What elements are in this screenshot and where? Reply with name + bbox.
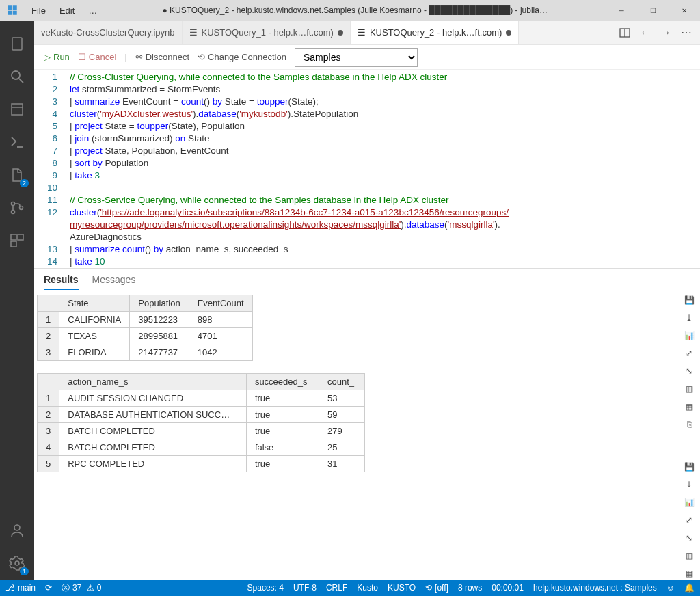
results-table-1: StatePopulationEventCount1CALIFORNIA3951… [37, 295, 253, 361]
app-logo-icon [0, 4, 25, 16]
svg-rect-11 [11, 241, 16, 247]
tab-query2[interactable]: ☰KUSTOQuery_2 - help.k…ft.com) [351, 21, 519, 44]
settings-badge: 1 [20, 567, 29, 575]
change-connection-button[interactable]: ⟲ Change Connection [198, 52, 286, 62]
activity-explorer-icon[interactable]: 2 [0, 159, 34, 191]
svg-point-13 [15, 561, 19, 565]
tab-query1[interactable]: ☰KUSTOQuery_1 - help.k…ft.com) [183, 21, 351, 44]
dirty-dot-icon [506, 30, 511, 36]
results-tab[interactable]: Results [44, 274, 79, 290]
activity-book-icon[interactable] [0, 93, 34, 126]
activity-account-icon[interactable] [0, 514, 34, 547]
status-eol[interactable]: CRLF [326, 583, 347, 593]
menu-edit[interactable]: Edit [53, 5, 81, 16]
tab-label: KUSTOQuery_1 - help.k…ft.com) [202, 27, 334, 38]
tab-notebook[interactable]: veKusto-CrossClusterQuery.ipynb [34, 21, 183, 44]
svg-point-7 [12, 211, 15, 214]
expand-icon[interactable]: ⤢ [682, 513, 696, 527]
grid-icon[interactable]: ▦ [682, 400, 696, 414]
svg-point-8 [20, 206, 23, 210]
status-connection[interactable]: help.kusto.windows.net : Samples [533, 583, 657, 593]
close-button[interactable]: ✕ [669, 0, 700, 21]
svg-rect-3 [12, 104, 23, 115]
bar-chart-icon[interactable]: ▥ [682, 382, 696, 396]
tab-label: veKusto-CrossClusterQuery.ipynb [41, 27, 175, 38]
results-action-icons: 💾 ⤓ 📊 ⤢ ⤡ ▥ ▦ ⎘ 💾 ⤓ 📊 ⤢ ⤡ ▥ ▦ [682, 293, 696, 580]
status-problems[interactable]: ⓧ 37 ⚠ 0 [62, 582, 101, 594]
activity-search-icon[interactable] [0, 60, 34, 93]
save-icon[interactable]: 💾 [682, 293, 696, 307]
disconnect-button[interactable]: ⚮ Disconnect [135, 52, 189, 62]
messages-tab[interactable]: Messages [92, 274, 136, 290]
titlebar: File Edit … ● KUSTOQuery_2 - help.kusto.… [0, 0, 700, 21]
file-icon: ☰ [189, 27, 198, 38]
svg-point-12 [14, 525, 20, 530]
bar-chart-icon[interactable]: ▥ [682, 549, 696, 563]
expand-icon[interactable]: ⤢ [682, 347, 696, 360]
nav-forward-icon[interactable]: → [660, 27, 671, 39]
status-off[interactable]: ⟲ [off] [425, 583, 448, 593]
file-icon: ☰ [358, 27, 366, 38]
chart-icon[interactable]: 📊 [682, 329, 696, 342]
activity-settings-icon[interactable]: 1 [0, 547, 34, 580]
status-branch[interactable]: ⎇ main [5, 583, 36, 593]
export-icon[interactable]: ⤓ [682, 311, 696, 325]
status-lang2[interactable]: KUSTO [388, 583, 416, 593]
maximize-button[interactable]: ☐ [637, 0, 669, 21]
window-title: ● KUSTOQuery_2 - help.kusto.windows.net.… [104, 5, 606, 15]
chart-icon[interactable]: 📊 [682, 496, 696, 509]
status-lang[interactable]: Kusto [357, 583, 378, 593]
grid-icon[interactable]: ▦ [682, 567, 696, 580]
results-table-2: action_name_ssucceeded_scount_1AUDIT SES… [37, 373, 365, 472]
menu-more[interactable]: … [81, 5, 104, 16]
svg-line-2 [19, 79, 23, 83]
svg-rect-9 [11, 234, 16, 240]
cancel-button[interactable]: ☐ Cancel [78, 52, 116, 62]
tab-label: KUSTOQuery_2 - help.k…ft.com) [370, 27, 502, 38]
svg-rect-10 [18, 234, 23, 240]
status-rows: 8 rows [458, 583, 482, 593]
collapse-icon[interactable]: ⤡ [682, 531, 696, 545]
database-select[interactable]: Samples [295, 48, 418, 67]
status-bell-icon[interactable]: 🔔 [684, 583, 695, 593]
status-time: 00:00:01 [492, 583, 524, 593]
status-spaces[interactable]: Spaces: 4 [247, 583, 284, 593]
svg-point-1 [12, 71, 20, 79]
export-icon[interactable]: ⤓ [682, 478, 696, 491]
collapse-icon[interactable]: ⤡ [682, 364, 696, 378]
status-sync-icon[interactable]: ⟳ [45, 583, 52, 593]
status-encoding[interactable]: UTF-8 [293, 583, 317, 593]
kusto-toolbar: ▷ Run ☐ Cancel | ⚮ Disconnect ⟲ Change C… [34, 45, 700, 70]
minimize-button[interactable]: ─ [606, 0, 637, 21]
split-editor-icon[interactable] [619, 27, 630, 38]
svg-point-6 [12, 202, 15, 206]
activity-notebook-icon[interactable] [0, 27, 34, 60]
activity-git-icon[interactable] [0, 191, 34, 224]
activity-terminal-icon[interactable] [0, 126, 34, 159]
menu-file[interactable]: File [25, 5, 53, 16]
activity-extensions-icon[interactable] [0, 224, 34, 257]
nav-back-icon[interactable]: ← [640, 27, 651, 39]
run-button[interactable]: ▷ Run [44, 52, 70, 62]
dirty-dot-icon [338, 30, 343, 36]
svg-rect-0 [12, 38, 22, 50]
save-icon[interactable]: 💾 [682, 460, 696, 474]
code-editor[interactable]: 123456789101112 1314 // Cross-Cluster Qu… [34, 70, 700, 268]
results-pane: Results Messages StatePopulationEventCou… [34, 268, 700, 536]
status-bar: ⎇ main ⟳ ⓧ 37 ⚠ 0 Spaces: 4 UTF-8 CRLF K… [0, 580, 700, 596]
copy-icon[interactable]: ⎘ [682, 418, 696, 431]
explorer-badge: 2 [20, 179, 29, 187]
tab-bar: veKusto-CrossClusterQuery.ipynb ☰KUSTOQu… [34, 21, 700, 45]
activity-bar: 2 1 [0, 21, 34, 580]
tab-more-icon[interactable]: ⋯ [681, 26, 692, 39]
status-feedback-icon[interactable]: ☺ [667, 583, 675, 593]
